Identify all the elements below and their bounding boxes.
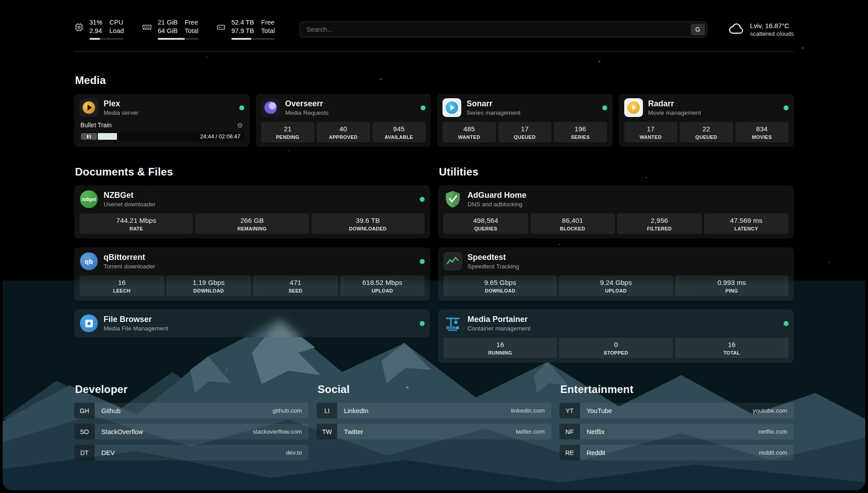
bookmark-abbr: RE: [559, 445, 580, 460]
status-dot: [784, 321, 789, 326]
stat-available: 945AVAILABLE: [372, 122, 426, 142]
stat-downloaded: 39.6 TBDOWNLOADED: [311, 213, 425, 234]
resource-widgets: 31% CPU 2.94 Load 21: [74, 19, 275, 40]
bookmark-name: Reddit: [580, 449, 605, 456]
section-media: Media Plex Media server Bullet Train ⚙: [74, 74, 794, 147]
pause-button[interactable]: [81, 133, 97, 140]
stat-pending: 21PENDING: [261, 122, 315, 142]
nzbget-icon: nzbget: [79, 190, 98, 209]
stat-queries: 498,564QUERIES: [443, 213, 528, 234]
disk-free: 52.4 TB: [231, 19, 254, 26]
service-name: Overseerr: [285, 99, 329, 109]
stat-download: 9.65 GbpsDOWNLOAD: [443, 276, 557, 296]
bookmark-abbr: TW: [317, 424, 337, 439]
now-playing-title: Bullet Train: [80, 121, 112, 129]
playback-progress-track[interactable]: [98, 133, 196, 140]
memory-total: 64 GiB: [158, 27, 177, 35]
service-card-filebrowser[interactable]: File Browser Media File Management: [74, 309, 430, 337]
bookmark-netflix[interactable]: NF Netflix netflix.com: [559, 424, 794, 439]
cpu-progress-bar: [89, 38, 124, 40]
service-card-sonarr[interactable]: Sonarr Series management 485WANTED 17QUE…: [437, 94, 613, 147]
section-documents: Documents & Files nzbget NZBGet Usenet d…: [74, 166, 430, 363]
section-title-entertainment: Entertainment: [560, 383, 794, 396]
service-description: Media File Management: [104, 325, 168, 332]
cpu-usage-label: CPU: [109, 19, 124, 26]
stat-series: 196SERIES: [554, 122, 607, 142]
service-card-portainer[interactable]: Media Portainer Container management 16R…: [438, 309, 794, 363]
service-description: Series management: [467, 109, 521, 116]
bookmark-name: Netflix: [580, 428, 605, 435]
bookmark-url: linkedin.com: [511, 407, 551, 414]
service-card-qbittorrent[interactable]: qb qBittorrent Torrent downloader 16LEEC…: [74, 247, 430, 301]
service-card-adguard[interactable]: AdGuard Home DNS and adblocking 498,564Q…: [438, 185, 794, 238]
dashboard-window: 31% CPU 2.94 Load 21: [3, 3, 865, 490]
section-utilities: Utilities AdGu: [438, 166, 794, 363]
stat-stopped: 0STOPPED: [559, 338, 672, 358]
cpu-load-label: Load: [109, 27, 124, 35]
speedtest-icon: [443, 252, 462, 271]
status-dot: [421, 105, 426, 110]
bookmark-dev[interactable]: DT DEV dev.to: [74, 445, 309, 460]
service-name: AdGuard Home: [467, 191, 526, 200]
bookmark-url: stackoverflow.com: [253, 428, 309, 435]
bookmark-stackoverflow[interactable]: SO StackOverflow stackoverflow.com: [74, 424, 309, 439]
stat-movies: 834MOVIES: [735, 122, 789, 142]
stat-wanted: 17WANTED: [624, 122, 678, 142]
bookmark-group-entertainment: Entertainment YT YouTube youtube.com NF …: [559, 383, 794, 466]
plex-icon: [79, 98, 98, 117]
stat-queued: 17QUEUED: [498, 122, 552, 142]
stat-wanted: 485WANTED: [442, 122, 496, 142]
memory-progress-bar: [158, 38, 198, 40]
bookmark-abbr: YT: [559, 403, 580, 418]
service-description: Speedtest Tracking: [467, 263, 519, 270]
disk-total: 97.9 TB: [231, 27, 254, 35]
service-description: DNS and adblocking: [467, 201, 526, 208]
bookmark-youtube[interactable]: YT YouTube youtube.com: [559, 403, 794, 418]
bookmark-reddit[interactable]: RE Reddit reddit.com: [559, 445, 794, 460]
service-name: qBittorrent: [104, 253, 155, 262]
status-dot: [239, 105, 244, 110]
bookmark-abbr: GH: [74, 403, 95, 418]
bookmark-name: StackOverflow: [95, 428, 143, 435]
service-name: Radarr: [648, 99, 701, 109]
gear-icon[interactable]: ⚙: [237, 122, 243, 129]
service-card-radarr[interactable]: Radarr Movie management 17WANTED 22QUEUE…: [619, 94, 794, 147]
stat-filtered: 2,956FILTERED: [617, 213, 702, 234]
memory-free: 21 GiB: [158, 19, 177, 26]
bookmark-github[interactable]: GH Github github.com: [74, 403, 309, 418]
section-title-utilities: Utilities: [439, 166, 794, 178]
cpu-widget: 31% CPU 2.94 Load: [74, 19, 124, 40]
bookmark-twitter[interactable]: TW Twitter twitter.com: [317, 424, 551, 439]
plex-player-bar: 24:44 / 02:06:47: [79, 132, 244, 141]
bookmark-linkedin[interactable]: LI LinkedIn linkedin.com: [317, 403, 551, 418]
service-name: NZBGet: [104, 191, 155, 200]
memory-free-label: Free: [185, 19, 199, 26]
sonarr-icon: [442, 98, 461, 117]
cpu-load: 2.94: [89, 27, 102, 35]
service-card-overseerr[interactable]: Overseerr Media Requests 21PENDING 40APP…: [256, 94, 431, 147]
search-bar: G: [300, 21, 707, 38]
weather-widget: Lviv, 16.87°C scattered clouds: [728, 22, 794, 37]
search-input[interactable]: [300, 21, 707, 38]
disk-total-label: Total: [261, 27, 275, 35]
header-divider: [74, 51, 794, 52]
section-title-social: Social: [317, 383, 551, 396]
bookmark-name: Github: [95, 407, 121, 414]
service-description: Media server: [104, 109, 138, 116]
stat-leech: 16LEECH: [79, 276, 164, 296]
weather-condition: scattered clouds: [750, 30, 794, 37]
bookmark-url: github.com: [272, 407, 309, 414]
bookmark-url: youtube.com: [753, 407, 794, 414]
stat-remaining: 266 GBREMAINING: [195, 213, 309, 234]
stat-upload: 9.24 GbpsUPLOAD: [559, 276, 672, 296]
bookmark-abbr: LI: [317, 403, 337, 418]
service-name: Speedtest: [467, 253, 519, 262]
service-card-plex[interactable]: Plex Media server Bullet Train ⚙ 24:44 /…: [74, 94, 250, 147]
service-description: Media Requests: [285, 109, 329, 116]
weather-location-temp: Lviv, 16.87°C: [750, 22, 794, 29]
service-card-nzbget[interactable]: nzbget NZBGet Usenet downloader 744.21 M…: [74, 185, 430, 238]
search-provider-button[interactable]: G: [691, 24, 705, 35]
service-card-speedtest[interactable]: Speedtest Speedtest Tracking 9.65 GbpsDO…: [438, 247, 794, 301]
disk-icon: [216, 22, 226, 34]
disk-free-label: Free: [261, 19, 275, 26]
